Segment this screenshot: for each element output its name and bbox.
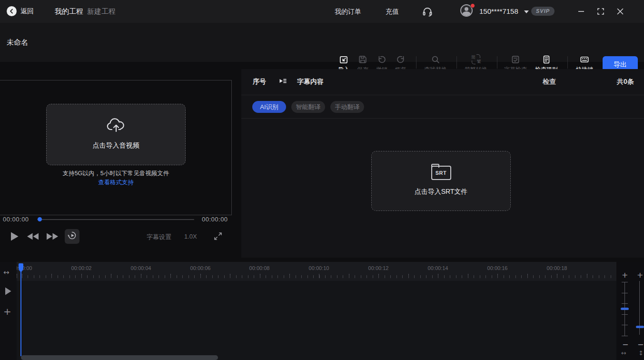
hzoom-slider-handle[interactable] (621, 308, 629, 310)
back-icon (7, 6, 17, 16)
format-support-link-row: 查看格式支持 (0, 179, 232, 187)
project-title[interactable]: 未命名 (7, 23, 28, 62)
duration-time: 00:00:00 (202, 216, 228, 223)
maximize-button[interactable] (595, 6, 606, 17)
top-bar: 返回 我的工程 新建工程 我的订单 充值 150****7158 SVIP (0, 0, 644, 23)
ruler-label: 00:00:02 (71, 265, 92, 271)
account-name[interactable]: 150****7158 (479, 0, 518, 23)
vzoom-in-button[interactable]: + (637, 271, 643, 279)
playhead-handle[interactable] (19, 263, 23, 270)
import-srt-label: 点击导入SRT文件 (372, 188, 510, 196)
ruler-label: 00:00:06 (190, 265, 211, 271)
vzoom-slider-handle[interactable] (636, 326, 644, 328)
add-track-button[interactable]: + (3, 306, 11, 317)
keyboard-icon (569, 54, 600, 65)
avatar-person-icon (465, 7, 468, 11)
import-media-dropzone[interactable]: 点击导入音视频 (46, 104, 186, 165)
seek-handle[interactable] (38, 217, 42, 221)
playhead-line (20, 271, 21, 356)
fast-forward-button[interactable] (46, 233, 59, 242)
nav-my-projects[interactable]: 我的工程 (55, 0, 83, 23)
srt-badge: SRT (436, 170, 447, 176)
back-button[interactable]: 返回 (7, 6, 34, 16)
loop-play-button[interactable] (65, 229, 79, 244)
timeline-ruler[interactable]: 00:00:00 00:00:02 00:00:04 00:00:06 00:0… (17, 262, 616, 281)
close-button[interactable] (614, 6, 626, 17)
srt-folder-icon: SRT (431, 166, 451, 180)
hzoom-out-button[interactable]: − (622, 341, 628, 349)
import-media-label: 点击导入音视频 (47, 141, 185, 150)
timeline-scrollbar[interactable] (21, 355, 218, 360)
playback-speed-button[interactable]: 1.0X (184, 233, 197, 240)
doc-check-icon (500, 54, 531, 65)
notification-dot (470, 3, 475, 8)
toolbar-divider (416, 56, 416, 69)
format-support-link[interactable]: 查看格式支持 (98, 179, 134, 186)
timeline-play-button[interactable] (5, 287, 11, 297)
ruler-minor-ticks (17, 275, 616, 278)
rewind-button[interactable] (27, 233, 39, 242)
seek-bar[interactable] (37, 219, 194, 220)
subtitle-settings-button[interactable]: 字幕设置 (147, 233, 171, 241)
subtitle-count: 共0条 (617, 78, 634, 86)
panel-divider (241, 95, 644, 95)
doc-rules-icon (531, 54, 562, 65)
cloud-upload-icon (106, 116, 127, 136)
import-srt-dropzone[interactable]: SRT 点击导入SRT文件 (371, 151, 511, 211)
check-action[interactable]: 检查 (543, 78, 556, 86)
ruler-label: 00:00:18 (547, 265, 567, 271)
track-resize-icon[interactable]: ↔ (3, 268, 10, 277)
import-hint: 支持5G以内，5小时以下常见音视频文件 (0, 170, 232, 178)
play-button[interactable] (10, 232, 19, 243)
vzoom-fit-icon[interactable]: ↕ (638, 350, 644, 357)
toolbar-divider (567, 56, 568, 69)
my-orders-link[interactable]: 我的订单 (335, 0, 361, 23)
recharge-link[interactable]: 充值 (386, 0, 399, 23)
vzoom-out-button[interactable]: − (637, 341, 644, 349)
tab-manual-translate[interactable]: 手动翻译 (330, 101, 364, 113)
ruler-label: 00:00:04 (131, 265, 151, 271)
loop-play-icon (68, 231, 77, 242)
minimize-button[interactable] (575, 6, 587, 17)
hzoom-in-button[interactable]: + (622, 271, 628, 279)
redo-icon (386, 54, 416, 65)
account-dropdown-caret-icon[interactable] (524, 10, 529, 13)
app-window: 返回 我的工程 新建工程 我的订单 充值 150****7158 SVIP (0, 0, 644, 360)
ruler-label: 00:00:12 (368, 265, 389, 271)
column-content-header: 字幕内容 (297, 78, 324, 86)
jian-fan-icon: 简繁 (461, 54, 491, 65)
fullscreen-expand-icon[interactable] (214, 232, 222, 242)
playlist-icon[interactable] (278, 77, 287, 88)
toolbar-divider (497, 56, 497, 69)
tab-ai-recognition[interactable]: AI识别 (252, 101, 286, 113)
ruler-label: 00:00:08 (249, 265, 270, 271)
editor-toolbar: 未命名 导入 保存 (0, 23, 644, 62)
back-label: 返回 (20, 7, 34, 16)
ruler-label: 00:00:16 (487, 265, 508, 271)
panel-divider (241, 118, 644, 119)
current-time: 00:00:00 (3, 216, 29, 223)
column-index-header: 序号 (253, 78, 266, 86)
vip-badge: SVIP (531, 7, 555, 16)
toolbar-divider (456, 56, 457, 69)
hzoom-fit-icon[interactable]: ↔ (621, 350, 626, 357)
ruler-label: 00:00:14 (428, 265, 448, 271)
search-icon (420, 54, 451, 65)
support-headset-icon[interactable] (422, 6, 433, 19)
ruler-label: 00:00:10 (309, 265, 329, 271)
nav-new-project[interactable]: 新建工程 (87, 0, 116, 23)
tab-smart-translate[interactable]: 智能翻译 (291, 101, 325, 113)
timeline-area: 00:00:00 00:00:02 00:00:04 00:00:06 00:0… (0, 262, 644, 360)
